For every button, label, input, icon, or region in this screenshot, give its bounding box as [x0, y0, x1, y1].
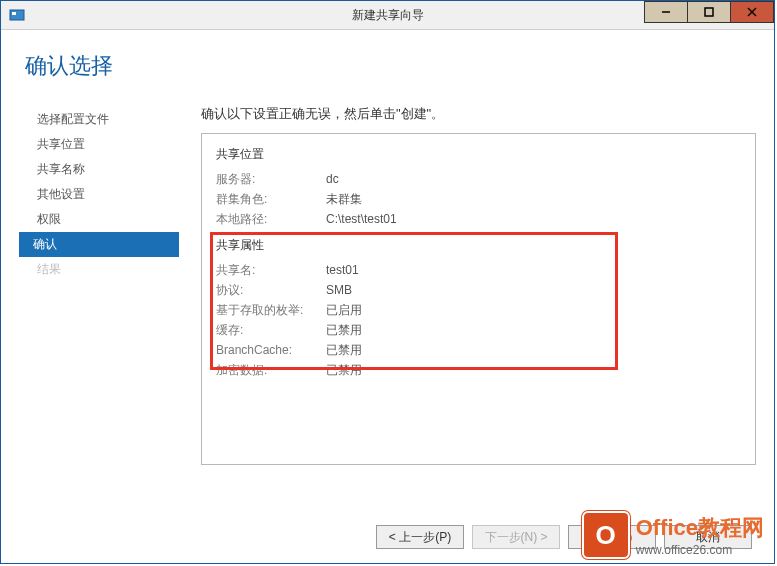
row-label: 协议: [216, 280, 326, 300]
close-button[interactable] [730, 1, 774, 23]
wizard-window: 新建共享向导 确认选择 选择配置文件 共享位置 共享名称 其他设置 权限 确认 … [0, 0, 775, 564]
svg-rect-3 [705, 8, 713, 16]
section-title-location: 共享位置 [216, 146, 741, 163]
row-value: test01 [326, 260, 359, 280]
prev-button[interactable]: < 上一步(P) [376, 525, 464, 549]
sidebar: 选择配置文件 共享位置 共享名称 其他设置 权限 确认 结果 [19, 105, 179, 501]
footer-buttons: < 上一步(P) 下一步(N) > 创建(C) 取消 [1, 525, 774, 549]
row-server: 服务器:dc [216, 169, 741, 189]
row-label: 共享名: [216, 260, 326, 280]
sidebar-item-location[interactable]: 共享位置 [19, 132, 179, 157]
row-cluster-role: 群集角色:未群集 [216, 189, 741, 209]
row-encrypt: 加密数据:已禁用 [216, 360, 741, 380]
row-value: 未群集 [326, 189, 362, 209]
sidebar-item-label: 共享名称 [37, 162, 85, 176]
sidebar-item-label: 结果 [37, 262, 61, 276]
svg-rect-1 [12, 12, 16, 15]
row-label: 缓存: [216, 320, 326, 340]
row-label: 基于存取的枚举: [216, 300, 326, 320]
row-label: 群集角色: [216, 189, 326, 209]
page-title: 确认选择 [25, 51, 756, 81]
row-value: C:\test\test01 [326, 209, 397, 229]
next-button: 下一步(N) > [472, 525, 560, 549]
sidebar-item-label: 共享位置 [37, 137, 85, 151]
window-buttons [645, 1, 774, 23]
sidebar-item-name[interactable]: 共享名称 [19, 157, 179, 182]
row-label: 加密数据: [216, 360, 326, 380]
row-label: BranchCache: [216, 340, 326, 360]
main-content: 确认以下设置正确无误，然后单击"创建"。 共享位置 服务器:dc 群集角色:未群… [179, 105, 756, 501]
sidebar-item-other[interactable]: 其他设置 [19, 182, 179, 207]
confirm-panel: 共享位置 服务器:dc 群集角色:未群集 本地路径:C:\test\test01… [201, 133, 756, 465]
row-value: 已禁用 [326, 320, 362, 340]
cancel-button[interactable]: 取消 [664, 525, 752, 549]
sidebar-item-label: 权限 [37, 212, 61, 226]
row-value: 已禁用 [326, 360, 362, 380]
row-branchcache: BranchCache:已禁用 [216, 340, 741, 360]
sidebar-item-label: 其他设置 [37, 187, 85, 201]
sidebar-item-label: 确认 [33, 237, 57, 251]
section-title-properties: 共享属性 [216, 237, 741, 254]
row-value: 已启用 [326, 300, 362, 320]
sidebar-item-results: 结果 [19, 257, 179, 282]
sidebar-item-permissions[interactable]: 权限 [19, 207, 179, 232]
create-button[interactable]: 创建(C) [568, 525, 656, 549]
row-cache: 缓存:已禁用 [216, 320, 741, 340]
row-local-path: 本地路径:C:\test\test01 [216, 209, 741, 229]
row-label: 本地路径: [216, 209, 326, 229]
row-label: 服务器: [216, 169, 326, 189]
instruction-text: 确认以下设置正确无误，然后单击"创建"。 [201, 105, 756, 123]
row-protocol: 协议:SMB [216, 280, 741, 300]
row-share-name: 共享名:test01 [216, 260, 741, 280]
window-title: 新建共享向导 [352, 7, 424, 24]
titlebar: 新建共享向导 [1, 1, 774, 30]
body: 选择配置文件 共享位置 共享名称 其他设置 权限 确认 结果 确认以下设置正确无… [19, 105, 756, 501]
row-value: 已禁用 [326, 340, 362, 360]
row-value: SMB [326, 280, 352, 300]
sidebar-item-label: 选择配置文件 [37, 112, 109, 126]
sidebar-item-profile[interactable]: 选择配置文件 [19, 107, 179, 132]
sidebar-item-confirm[interactable]: 确认 [19, 232, 179, 257]
app-icon [9, 7, 25, 23]
row-abe: 基于存取的枚举:已启用 [216, 300, 741, 320]
minimize-button[interactable] [644, 1, 688, 23]
maximize-button[interactable] [687, 1, 731, 23]
client-area: 确认选择 选择配置文件 共享位置 共享名称 其他设置 权限 确认 结果 确认以下… [1, 29, 774, 563]
row-value: dc [326, 169, 339, 189]
